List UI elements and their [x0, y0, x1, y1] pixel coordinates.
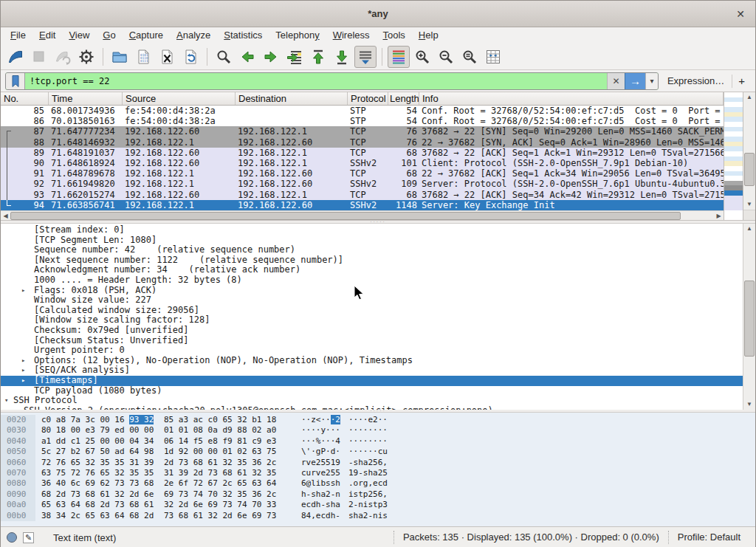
details-vscrollbar[interactable]: ▲ ▼ [743, 224, 755, 410]
go-back-icon[interactable] [236, 46, 258, 68]
hex-row[interactable]: 00505c 27 b2 67 50 ad 64 981d 92 00 00 0… [1, 447, 755, 457]
filter-bookmark-button[interactable] [6, 73, 25, 89]
column-header-length[interactable]: Length [388, 92, 419, 105]
go-to-packet-icon[interactable] [284, 46, 306, 68]
column-header-no[interactable]: No. [1, 92, 49, 105]
start-capture-icon[interactable] [4, 46, 27, 68]
hex-row[interactable]: 009068 2d 73 68 61 32 2d 6e69 73 74 70 3… [1, 489, 755, 500]
column-header-destination[interactable]: Destination [236, 92, 348, 105]
menu-go[interactable]: Go [96, 27, 122, 44]
colorize-packets-icon[interactable] [388, 46, 410, 68]
reload-file-icon[interactable] [179, 46, 202, 68]
detail-line[interactable]: Window size value: 227 [1, 295, 743, 306]
expand-arrow-icon[interactable]: ▸ [15, 406, 18, 410]
packet-row[interactable]: 9371.662015274192.168.122.60192.168.122.… [1, 190, 724, 200]
hex-row[interactable]: 006072 76 65 32 35 35 31 392d 73 68 61 3… [1, 458, 755, 468]
detail-line[interactable]: ▸Options: (12 bytes), No-Operation (NOP)… [1, 356, 743, 366]
scroll-left-icon[interactable]: ◀ [1, 212, 10, 220]
menu-file[interactable]: File [4, 27, 32, 44]
detail-line[interactable]: TCP payload (1080 bytes) [1, 386, 743, 396]
hex-row[interactable]: 007063 75 72 76 65 32 35 3531 39 2d 73 6… [1, 468, 755, 478]
detail-line[interactable]: [Stream index: 0] [1, 225, 743, 235]
detail-line[interactable]: [Calculated window size: 29056] [1, 306, 743, 316]
resize-columns-icon[interactable] [482, 46, 504, 68]
detail-line[interactable]: Urgent pointer: 0 [1, 345, 743, 356]
detail-line[interactable]: [Next sequence number: 1122 (relative se… [1, 255, 743, 266]
column-header-time[interactable]: Time [49, 92, 123, 105]
hex-row[interactable]: 00a065 63 64 68 2d 73 68 6132 2d 6e 69 7… [1, 500, 755, 510]
save-file-icon[interactable]: 010101100111 [132, 46, 154, 68]
vscroll-thumb[interactable] [744, 153, 755, 186]
expand-arrow-icon[interactable]: ▸ [21, 356, 25, 366]
auto-scroll-icon[interactable] [354, 46, 377, 68]
packet-row[interactable]: 8871.648146932192.168.122.1192.168.122.6… [1, 137, 724, 148]
hex-row[interactable]: 0040a1 dd c1 25 00 00 04 3406 14 f5 e8 f… [1, 436, 755, 447]
expression-button[interactable]: Expression… [667, 75, 724, 86]
column-header-protocol[interactable]: Protocol [348, 92, 388, 105]
filter-history-dropdown[interactable]: ▾ [645, 73, 658, 89]
detail-line[interactable]: ▸Flags: 0x018 (PSH, ACK) [1, 286, 743, 296]
detail-line[interactable]: [Checksum Status: Unverified] [1, 336, 743, 346]
go-first-icon[interactable] [307, 46, 329, 68]
packet-row[interactable]: 9171.648789678192.168.122.1192.168.122.6… [1, 168, 724, 179]
filter-apply-button[interactable]: → [625, 73, 645, 89]
scroll-down-icon[interactable]: ▼ [743, 399, 755, 410]
detail-line[interactable]: Checksum: 0x79ed [unverified] [1, 326, 743, 336]
detail-line[interactable]: ▸[SEQ/ACK analysis] [1, 365, 743, 376]
packet-list-vscrollbar[interactable]: ▲ ▼ [743, 92, 755, 220]
column-header-info[interactable]: Info [419, 92, 724, 105]
zoom-original-icon[interactable] [458, 46, 481, 68]
find-packet-icon[interactable] [213, 46, 235, 68]
detail-line[interactable]: [TCP Segment Len: 1080] [1, 235, 743, 246]
scroll-up-icon[interactable]: ▲ [743, 92, 755, 103]
hex-row[interactable]: 008036 40 6c 69 62 73 73 682e 6f 72 67 2… [1, 478, 755, 489]
zoom-out-icon[interactable] [435, 46, 457, 68]
zoom-in-icon[interactable] [411, 46, 433, 68]
detail-line[interactable]: 1000 .... = Header Length: 32 bytes (8) [1, 275, 743, 286]
go-forward-icon[interactable] [260, 46, 282, 68]
hex-row[interactable]: 003080 18 00 e3 79 ed 00 0001 01 08 0a d… [1, 425, 755, 436]
expand-arrow-icon[interactable]: ▸ [21, 376, 25, 386]
expand-arrow-icon[interactable]: ▸ [21, 365, 25, 376]
menu-tools[interactable]: Tools [377, 27, 412, 44]
scroll-up-icon[interactable]: ▲ [743, 224, 755, 234]
detail-line[interactable]: ▸[Timestamps] [1, 376, 743, 386]
menu-capture[interactable]: Capture [123, 27, 170, 44]
scroll-down-icon[interactable]: ▼ [743, 199, 755, 210]
menu-edit[interactable]: Edit [32, 27, 62, 44]
detail-line[interactable]: Sequence number: 42 (relative sequence n… [1, 245, 743, 255]
packet-minimap[interactable] [724, 92, 743, 220]
status-profile[interactable]: Profile: Default [668, 531, 749, 544]
packet-list-hscrollbar[interactable]: ◀ ▶ [1, 210, 724, 220]
detail-line[interactable]: Acknowledgment number: 34 (relative ack … [1, 265, 743, 275]
filter-clear-button[interactable]: ✕ [607, 73, 625, 89]
expert-info-icon[interactable] [7, 532, 17, 543]
vscroll-thumb[interactable] [744, 281, 755, 357]
menu-telephony[interactable]: Telephony [269, 27, 326, 44]
go-last-icon[interactable] [331, 46, 353, 68]
add-filter-button[interactable]: + [738, 75, 745, 87]
detail-line[interactable]: ▾SSH Protocol [1, 396, 743, 406]
packet-row[interactable]: 8971.648191037192.168.122.60192.168.122.… [1, 148, 724, 158]
hscroll-thumb[interactable] [10, 212, 681, 220]
menu-view[interactable]: View [62, 27, 96, 44]
open-file-icon[interactable] [109, 46, 131, 68]
packet-row[interactable]: 8670.013850163fe:54:00:d4:38:2aSTP54Conf… [1, 116, 724, 126]
packet-row[interactable]: 8568.001734936fe:54:00:d4:38:2aSTP54Conf… [1, 106, 724, 116]
packet-row[interactable]: 8771.647777234192.168.122.60192.168.122.… [1, 126, 724, 137]
packet-row[interactable]: 9271.661949820192.168.122.1192.168.122.6… [1, 179, 724, 189]
menu-statistics[interactable]: Statistics [217, 27, 269, 44]
detail-line[interactable]: ▸SSH Version 2 (encryption:chacha20-poly… [1, 406, 743, 410]
capture-comment-icon[interactable]: ✎ [23, 532, 34, 543]
close-window-icon[interactable]: ✕ [733, 7, 748, 21]
packet-row[interactable]: 9471.663856741192.168.122.1192.168.122.6… [1, 200, 724, 210]
column-header-source[interactable]: Source [123, 92, 236, 105]
menu-analyze[interactable]: Analyze [170, 27, 217, 44]
menu-help[interactable]: Help [412, 27, 445, 44]
close-file-icon[interactable] [156, 46, 178, 68]
expand-arrow-icon[interactable]: ▾ [4, 396, 8, 406]
packet-row[interactable]: 9071.648618924192.168.122.60192.168.122.… [1, 158, 724, 168]
hex-row[interactable]: 0020c0 a8 7a 3c 00 16 93 3285 a3 ac c0 6… [1, 415, 755, 425]
expand-arrow-icon[interactable]: ▸ [21, 286, 25, 296]
detail-line[interactable]: [Window size scaling factor: 128] [1, 315, 743, 326]
